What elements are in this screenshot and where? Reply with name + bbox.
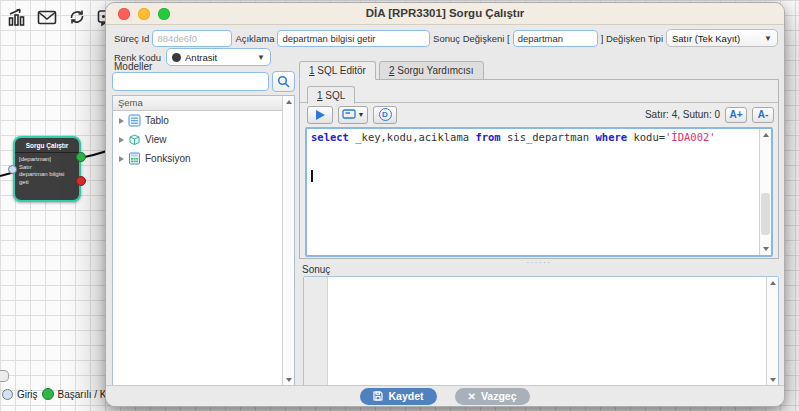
node-desc-1: departman bilgisi: [19, 171, 75, 179]
scroll-up-icon[interactable]: [286, 100, 292, 104]
degisken-tipi-select[interactable]: Satır (Tek Kayıt) ▼: [666, 29, 778, 47]
modeller-panel-label: Modeller: [114, 61, 152, 72]
input-port[interactable]: [8, 165, 17, 174]
sql-subtabs: 1 SQL: [300, 85, 778, 103]
node-type: Satır: [19, 164, 75, 172]
error-port[interactable]: [76, 176, 86, 186]
tree-item-fonksiyon[interactable]: Fonksiyon: [113, 149, 294, 168]
dialog-title: DİA [RPR3301] Sorgu Çalıştır: [106, 7, 784, 19]
tree-item-label: Tablo: [145, 115, 169, 126]
degisken-tipi-label: ] Değişken Tipi: [601, 33, 663, 44]
tab-sql-editor[interactable]: 1 SQL Editör: [299, 61, 376, 80]
success-port[interactable]: [76, 152, 86, 162]
scroll-down-icon[interactable]: [763, 247, 769, 251]
tree-scrollbar[interactable]: [282, 96, 294, 386]
legend-success-dot: [42, 388, 54, 400]
dialog-footer: Kaydet ✕ Vazgeç: [106, 385, 784, 406]
text-cursor: [311, 170, 313, 182]
dialog-titlebar[interactable]: DİA [RPR3301] Sorgu Çalıştır: [106, 3, 784, 25]
close-icon: ✕: [468, 391, 476, 402]
schema-tree: Şema Tablo View: [112, 95, 295, 387]
chart-icon[interactable]: [6, 6, 27, 27]
sonuc-label: Sonuç: [302, 264, 330, 275]
degisken-tipi-value: Satır (Tek Kayıt): [672, 33, 740, 44]
expand-arrow-icon[interactable]: [119, 156, 124, 162]
sql-code-editor[interactable]: select _key,kodu,aciklama from sis_depar…: [305, 127, 773, 257]
sonuc-degiskeni-label: Sonuç Değişkeni [: [433, 33, 510, 44]
sonuc-degiskeni-field[interactable]: departman: [513, 30, 598, 47]
canvas-scrollbar[interactable]: [0, 370, 9, 382]
monitor-icon: [342, 109, 356, 120]
result-scrollbar[interactable]: [766, 277, 778, 386]
cursor-position-status: Satır: 4, Sutun: 0: [645, 109, 720, 120]
legend-input-label: Giriş: [17, 389, 38, 400]
expand-arrow-icon[interactable]: [119, 118, 124, 124]
node-title: Sorgu Çalıştır: [15, 138, 79, 153]
tab-sql[interactable]: 1 SQL: [307, 86, 355, 104]
result-panel[interactable]: [303, 276, 779, 387]
scroll-up-icon[interactable]: [770, 281, 776, 285]
node-body: [departman] Satır departman bilgisi geti: [15, 153, 79, 189]
sql-toolbar: ▼ D Satır: 4, Sutun: 0 A+ A-: [300, 104, 778, 125]
sync-icon[interactable]: [66, 6, 87, 27]
aciklama-field[interactable]: departman bilgisi getir: [277, 30, 430, 47]
search-button[interactable]: [272, 71, 295, 92]
form-row-1: Süreç Id 884de6f0 Açıklama departman bil…: [114, 29, 778, 47]
node-desc-2: geti: [19, 179, 75, 187]
chevron-down-icon: ▼: [257, 53, 265, 62]
chevron-down-icon: ▼: [358, 111, 365, 118]
aciklama-label: Açıklama: [235, 33, 274, 44]
mail-icon[interactable]: [36, 6, 57, 27]
editor-tabs: 1 SQL Editör 2 Sorgu Yardımcısı: [299, 61, 484, 80]
d-circle-icon: D: [379, 108, 392, 121]
vazgec-button[interactable]: ✕ Vazgeç: [455, 388, 530, 405]
chevron-down-icon: ▼: [764, 34, 772, 43]
tree-header[interactable]: Şema: [113, 96, 294, 111]
tree-item-tablo[interactable]: Tablo: [113, 111, 294, 130]
result-gutter: [304, 277, 328, 386]
color-swatch: [172, 53, 181, 62]
editor-scrollbar[interactable]: [759, 129, 771, 255]
font-increase-button[interactable]: A+: [725, 107, 747, 123]
surec-id-label: Süreç Id: [114, 33, 149, 44]
expand-arrow-icon[interactable]: [119, 137, 124, 143]
search-icon: [277, 75, 290, 88]
splitter-grip-icon: ······: [527, 261, 552, 265]
kaydet-button[interactable]: Kaydet: [360, 388, 436, 405]
save-icon: [373, 391, 383, 401]
node-variable: [departman]: [19, 156, 75, 164]
function-icon: [128, 152, 141, 165]
scroll-up-icon[interactable]: [763, 133, 769, 137]
scroll-down-icon[interactable]: [286, 378, 292, 382]
legend-input-dot: [2, 389, 13, 400]
sql-editor-page: 1 SQL ▼ D Satır: 4, Sutun: 0 A+ A- selec…: [299, 79, 779, 259]
tree-item-label: View: [145, 134, 167, 145]
sorgu-calistir-dialog: DİA [RPR3301] Sorgu Çalıştır Süreç Id 88…: [105, 2, 785, 407]
model-search-input[interactable]: [112, 72, 269, 91]
panel-splitter[interactable]: ······: [299, 260, 779, 265]
table-icon: [128, 114, 141, 127]
sql-statement: select _key,kodu,aciklama from sis_depar…: [311, 131, 755, 144]
debug-button[interactable]: D: [373, 106, 397, 124]
play-icon: [316, 110, 325, 120]
tree-item-view[interactable]: View: [113, 130, 294, 149]
tab-sorgu-yardimcisi[interactable]: 2 Sorgu Yardımcısı: [379, 61, 484, 80]
output-options-button[interactable]: ▼: [338, 106, 368, 124]
scrollbar-thumb[interactable]: [761, 193, 770, 235]
view-icon: [128, 133, 141, 146]
surec-id-field[interactable]: 884de6f0: [152, 30, 232, 47]
renk-kodu-select[interactable]: Antrasit ▼: [166, 48, 271, 66]
font-decrease-button[interactable]: A-: [752, 107, 774, 123]
tree-item-label: Fonksiyon: [145, 153, 191, 164]
renk-kodu-value: Antrasit: [185, 52, 217, 63]
scroll-down-icon[interactable]: [770, 378, 776, 382]
workflow-node-sorgu-calistir[interactable]: Sorgu Çalıştır [departman] Satır departm…: [13, 136, 81, 202]
run-query-button[interactable]: [307, 106, 333, 124]
